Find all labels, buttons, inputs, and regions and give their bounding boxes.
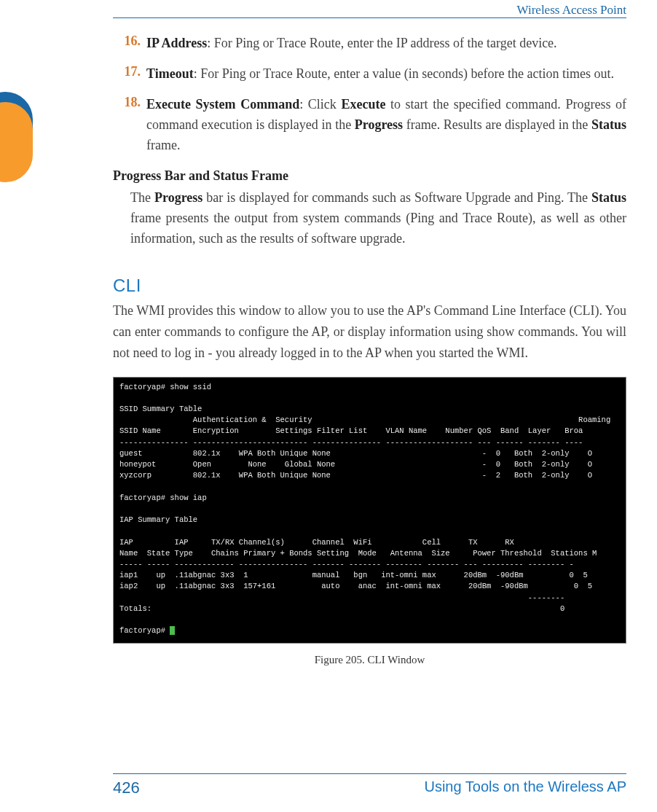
cli-terminal-screenshot: factoryap# show ssid SSID Summary Table … [113,377,626,644]
p-mid: bar is displayed for commands such as So… [202,190,591,205]
page-number: 426 [113,778,140,797]
item-number: 17. [113,64,146,85]
p-post: frame presents the output from system co… [130,211,626,246]
page-footer: 426 Using Tools on the Wireless AP [113,773,626,797]
numbered-item-17: 17. Timeout: For Ping or Trace Route, en… [113,64,626,85]
p-pre: The [130,190,154,205]
text-mid2: frame. Results are displayed in the [403,117,591,132]
subhead-progress-status: Progress Bar and Status Frame [113,168,626,184]
item-term: Timeout [146,66,194,81]
p-bold-status: Status [591,190,626,205]
item-number: 18. [113,95,146,156]
bold-status: Status [591,117,626,132]
item-body: IP Address: For Ping or Trace Route, ent… [146,34,626,54]
bold-progress: Progress [355,117,403,132]
page-content: 16. IP Address: For Ping or Trace Route,… [113,34,626,761]
terminal-cursor-icon [170,626,175,635]
item-term: Execute System Command [146,97,299,112]
item-text: For Ping or Trace Route, enter a value (… [200,66,614,81]
p-bold-progress: Progress [154,190,202,205]
cli-paragraph: The WMI provides this window to allow yo… [113,300,626,363]
numbered-item-16: 16. IP Address: For Ping or Trace Route,… [113,34,626,54]
text-post: frame. [146,138,180,152]
item-body: Timeout: For Ping or Trace Route, enter … [146,64,626,85]
item-number: 16. [113,34,146,54]
numbered-item-18: 18. Execute System Command: Click Execut… [113,95,626,156]
section-title-cli: CLI [113,276,626,296]
header-rule [113,17,626,18]
figure-caption: Figure 205. CLI Window [113,654,626,666]
running-header: Wireless Access Point [517,3,626,17]
footer-chapter-title: Using Tools on the Wireless AP [424,778,626,795]
item-body: Execute System Command: Click Execute to… [146,95,626,156]
text-pre: Click [308,97,342,112]
item-text: For Ping or Trace Route, enter the IP ad… [214,36,557,50]
bold-execute: Execute [341,97,385,112]
item-term: IP Address [146,36,207,50]
side-tab-decoration [0,102,33,182]
terminal-text: factoryap# show ssid SSID Summary Table … [119,383,610,636]
progress-paragraph: The Progress bar is displayed for comman… [130,188,626,249]
